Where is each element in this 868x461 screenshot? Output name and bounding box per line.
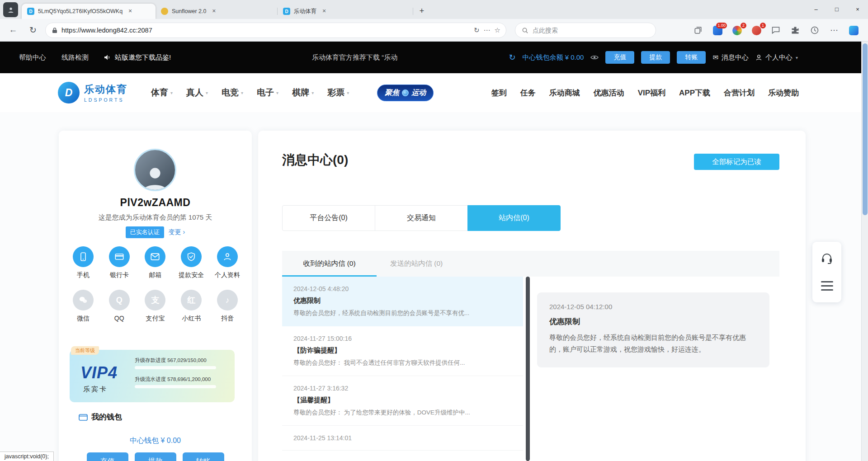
deposit-button[interactable]: 充值 bbox=[605, 51, 634, 64]
collections-icon[interactable] bbox=[693, 25, 703, 36]
vip-level: VIP4 bbox=[80, 363, 118, 382]
message-center-link[interactable]: ✉ 消息中心 bbox=[712, 53, 749, 62]
window-minimize-button[interactable]: – bbox=[806, 0, 826, 18]
tab-close-icon[interactable]: × bbox=[210, 7, 218, 15]
person-icon bbox=[141, 164, 170, 190]
user-icon bbox=[755, 54, 762, 61]
bank-card-item[interactable]: 银行卡 bbox=[109, 246, 130, 279]
nav-menu-cards[interactable]: 棋牌▾ bbox=[292, 87, 314, 99]
status-bar: javascript:void(0); bbox=[0, 452, 54, 461]
nav-menu-sports[interactable]: 体育▾ bbox=[151, 87, 173, 99]
url-input[interactable] bbox=[61, 27, 470, 34]
browser-tab-2[interactable]: Sunflower 2.0 × bbox=[156, 4, 278, 19]
copilot-sidebar-icon[interactable] bbox=[848, 25, 859, 36]
nav-link-vip[interactable]: VIP福利 bbox=[638, 88, 665, 98]
nav-menu-lottery[interactable]: 彩票▾ bbox=[327, 87, 349, 99]
refresh-icon[interactable]: ↻ bbox=[26, 25, 40, 35]
nav-menu-slots[interactable]: 电子▾ bbox=[257, 87, 278, 99]
search-box[interactable] bbox=[515, 23, 656, 38]
wallet-extension-icon[interactable]: 1.00 bbox=[712, 25, 723, 36]
extension-c-icon[interactable]: 1 bbox=[751, 25, 762, 36]
search-input[interactable] bbox=[533, 27, 649, 34]
nav-link-tasks[interactable]: 任务 bbox=[520, 88, 536, 98]
scrollbar-thumb[interactable] bbox=[863, 43, 868, 215]
line-check-link[interactable]: 线路检测 bbox=[61, 53, 89, 62]
qq-item[interactable]: Q QQ bbox=[109, 290, 130, 323]
turnover-progress-label: 升级流水进度 578,696/1,200,000 bbox=[135, 376, 231, 383]
browser-profile-button[interactable] bbox=[3, 2, 18, 17]
site-topbar: 帮助中心 线路检测 站版邀您下载品鉴! 乐动体育官方推荐下载 “乐动 ↻ 中心钱… bbox=[0, 42, 861, 73]
member-days-text: 这是您成为乐动体育会员的第 1075 天 bbox=[59, 213, 252, 222]
window-maximize-button[interactable]: □ bbox=[826, 0, 847, 18]
mark-all-read-button[interactable]: 全部标记为已读 bbox=[694, 154, 779, 170]
withdraw-button[interactable]: 提款 bbox=[641, 51, 670, 64]
email-item[interactable]: 邮箱 bbox=[145, 246, 165, 279]
quick-menu-button[interactable] bbox=[816, 275, 838, 296]
message-list-item[interactable]: 2024-11-25 13:14:01 bbox=[282, 426, 523, 451]
extension-c-badge: 1 bbox=[760, 23, 766, 28]
message-center-panel: 消息中心(0) 全部标记为已读 平台公告(0) 交易通知 站内信(0) 收到的站… bbox=[258, 131, 806, 461]
personal-info-item[interactable]: 个人资料 bbox=[215, 246, 240, 279]
nav-link-mall[interactable]: 乐动商城 bbox=[549, 88, 580, 98]
transfer-button[interactable]: 转账 bbox=[677, 51, 706, 64]
douyin-item[interactable]: ♪ 抖音 bbox=[217, 290, 238, 323]
browser-tab-1[interactable]: D 5LmQ5Yqo5L2T6IKyfOS5kOWKq × bbox=[22, 4, 156, 19]
extension-b-icon[interactable]: 2 bbox=[731, 25, 742, 36]
envelope-icon: ✉ bbox=[712, 53, 718, 61]
history-icon[interactable] bbox=[809, 25, 820, 36]
favorite-star-icon[interactable]: ☆ bbox=[495, 26, 500, 34]
new-tab-button[interactable]: + bbox=[415, 5, 429, 18]
hamburger-icon bbox=[821, 281, 833, 291]
personal-center-link[interactable]: 个人中心 ▾ bbox=[755, 53, 798, 62]
nav-link-app-download[interactable]: APP下载 bbox=[679, 88, 710, 98]
eye-icon[interactable] bbox=[590, 55, 599, 60]
sunflower-favicon bbox=[161, 8, 168, 15]
nav-link-affiliate[interactable]: 合营计划 bbox=[724, 88, 755, 98]
message-list-item[interactable]: 2024-12-05 4:48:20 优惠限制 尊敬的会员您好，经系统自动检测目… bbox=[282, 277, 523, 326]
message-list-item[interactable]: 2024-11-27 3:16:32 【温馨提醒】 尊敬的会员您好： 为了给您带… bbox=[282, 376, 523, 426]
nav-link-promotions[interactable]: 优惠活动 bbox=[594, 88, 624, 98]
nav-link-signin[interactable]: 签到 bbox=[491, 88, 507, 98]
withdraw-security-item[interactable]: 提款安全 bbox=[179, 246, 204, 279]
tab-site-messages[interactable]: 站内信(0) bbox=[467, 205, 561, 231]
extensions-puzzle-icon[interactable] bbox=[790, 25, 801, 36]
focus-sports-badge[interactable]: 聚焦 运动 bbox=[377, 85, 434, 101]
message-time: 2024-12-05 4:48:20 bbox=[293, 285, 516, 292]
scrollbar-thumb[interactable] bbox=[526, 277, 530, 461]
subtab-sent[interactable]: 发送的站内信 (0) bbox=[390, 251, 443, 277]
tab-close-icon[interactable]: × bbox=[126, 7, 134, 15]
window-close-button[interactable]: × bbox=[847, 0, 868, 18]
message-list-scrollbar bbox=[526, 277, 530, 461]
back-icon[interactable]: ← bbox=[6, 25, 20, 35]
tab-platform-announcements[interactable]: 平台公告(0) bbox=[282, 205, 375, 231]
browser-menu-icon[interactable]: ⋯ bbox=[829, 25, 840, 36]
address-bar[interactable]: ↻ ⋯ ☆ bbox=[45, 23, 506, 38]
transfer-button[interactable]: 转账 bbox=[183, 452, 224, 461]
wechat-item[interactable]: 微信 bbox=[73, 290, 94, 323]
reload-page-icon[interactable]: ↻ bbox=[474, 26, 480, 34]
wallet-refresh-icon[interactable]: ↻ bbox=[509, 52, 515, 62]
xiaohongshu-item[interactable]: 红 小红书 bbox=[181, 290, 202, 323]
site-more-icon[interactable]: ⋯ bbox=[484, 26, 491, 34]
nav-menu-esports[interactable]: 电竞▾ bbox=[222, 87, 243, 99]
site-logo[interactable]: D 乐动体育 LDSPORTS bbox=[58, 82, 127, 103]
nav-link-sponsor[interactable]: 乐动赞助 bbox=[768, 88, 799, 98]
message-list-item[interactable]: 2024-11-27 15:00:16 【防诈骗提醒】 尊敬的会员您好： 我司不… bbox=[282, 326, 523, 376]
announcement[interactable]: 站版邀您下载品鉴! bbox=[104, 53, 171, 62]
alipay-item[interactable]: 支 支付宝 bbox=[145, 290, 165, 323]
site-favicon: D bbox=[283, 8, 290, 15]
message-time: 2024-11-25 13:14:01 bbox=[293, 434, 516, 442]
withdraw-button[interactable]: 提款 bbox=[135, 452, 176, 461]
subtab-received[interactable]: 收到的站内信 (0) bbox=[282, 251, 377, 277]
nav-menu-live[interactable]: 真人▾ bbox=[186, 87, 208, 99]
change-link[interactable]: 变更 › bbox=[169, 228, 185, 236]
customer-service-button[interactable] bbox=[816, 248, 838, 269]
tab-transaction-notices[interactable]: 交易通知 bbox=[375, 205, 468, 231]
tab-close-icon[interactable]: × bbox=[320, 7, 328, 15]
chevron-down-icon: ▾ bbox=[241, 90, 243, 95]
help-center-link[interactable]: 帮助中心 bbox=[19, 53, 46, 62]
chat-icon[interactable] bbox=[770, 25, 781, 36]
deposit-button[interactable]: 充值 bbox=[87, 452, 128, 461]
phone-item[interactable]: 手机 bbox=[73, 246, 94, 279]
browser-tab-3[interactable]: D 乐动体育 × bbox=[278, 4, 413, 19]
